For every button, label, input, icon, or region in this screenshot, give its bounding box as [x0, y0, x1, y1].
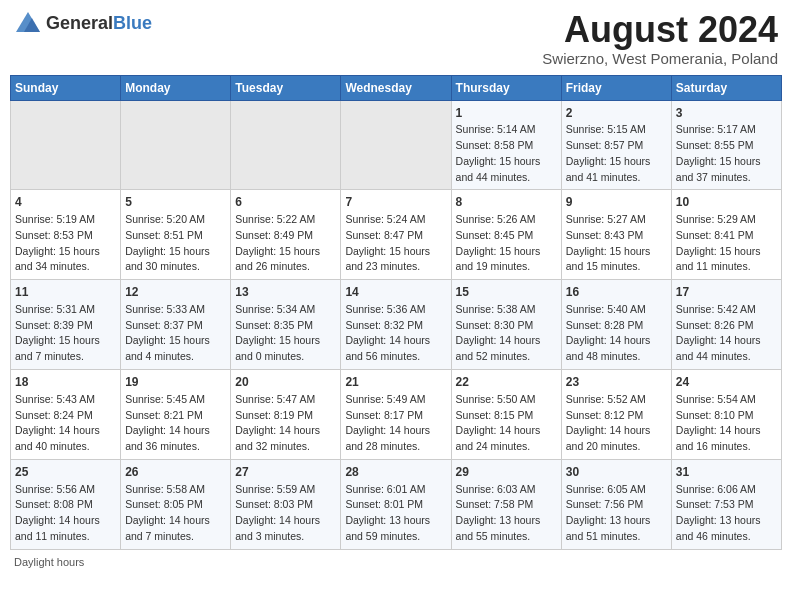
- calendar-cell: 20Sunrise: 5:47 AMSunset: 8:19 PMDayligh…: [231, 369, 341, 459]
- day-number: 31: [676, 464, 777, 481]
- day-number: 16: [566, 284, 667, 301]
- day-info: Sunrise: 5:58 AMSunset: 8:05 PMDaylight:…: [125, 482, 226, 545]
- day-info: Sunrise: 5:36 AMSunset: 8:32 PMDaylight:…: [345, 302, 446, 365]
- calendar-cell: 17Sunrise: 5:42 AMSunset: 8:26 PMDayligh…: [671, 280, 781, 370]
- day-info: Sunrise: 5:42 AMSunset: 8:26 PMDaylight:…: [676, 302, 777, 365]
- weekday-header-tuesday: Tuesday: [231, 75, 341, 100]
- logo-icon: [14, 10, 42, 38]
- calendar-week-row: 25Sunrise: 5:56 AMSunset: 8:08 PMDayligh…: [11, 459, 782, 549]
- day-info: Sunrise: 5:20 AMSunset: 8:51 PMDaylight:…: [125, 212, 226, 275]
- daylight-label: Daylight hours: [14, 556, 84, 568]
- day-info: Sunrise: 5:59 AMSunset: 8:03 PMDaylight:…: [235, 482, 336, 545]
- day-number: 21: [345, 374, 446, 391]
- day-info: Sunrise: 5:54 AMSunset: 8:10 PMDaylight:…: [676, 392, 777, 455]
- day-info: Sunrise: 5:38 AMSunset: 8:30 PMDaylight:…: [456, 302, 557, 365]
- day-number: 19: [125, 374, 226, 391]
- day-number: 6: [235, 194, 336, 211]
- calendar-cell: 27Sunrise: 5:59 AMSunset: 8:03 PMDayligh…: [231, 459, 341, 549]
- day-info: Sunrise: 5:52 AMSunset: 8:12 PMDaylight:…: [566, 392, 667, 455]
- calendar-week-row: 18Sunrise: 5:43 AMSunset: 8:24 PMDayligh…: [11, 369, 782, 459]
- day-info: Sunrise: 5:26 AMSunset: 8:45 PMDaylight:…: [456, 212, 557, 275]
- calendar-cell: [121, 100, 231, 190]
- calendar-cell: 18Sunrise: 5:43 AMSunset: 8:24 PMDayligh…: [11, 369, 121, 459]
- day-info: Sunrise: 5:19 AMSunset: 8:53 PMDaylight:…: [15, 212, 116, 275]
- calendar-cell: [341, 100, 451, 190]
- calendar-cell: [11, 100, 121, 190]
- day-number: 23: [566, 374, 667, 391]
- day-number: 15: [456, 284, 557, 301]
- day-info: Sunrise: 5:24 AMSunset: 8:47 PMDaylight:…: [345, 212, 446, 275]
- day-number: 7: [345, 194, 446, 211]
- day-number: 5: [125, 194, 226, 211]
- day-info: Sunrise: 5:29 AMSunset: 8:41 PMDaylight:…: [676, 212, 777, 275]
- weekday-header-saturday: Saturday: [671, 75, 781, 100]
- day-number: 18: [15, 374, 116, 391]
- day-number: 8: [456, 194, 557, 211]
- calendar-cell: 13Sunrise: 5:34 AMSunset: 8:35 PMDayligh…: [231, 280, 341, 370]
- calendar-cell: 22Sunrise: 5:50 AMSunset: 8:15 PMDayligh…: [451, 369, 561, 459]
- calendar-cell: 1Sunrise: 5:14 AMSunset: 8:58 PMDaylight…: [451, 100, 561, 190]
- calendar-week-row: 1Sunrise: 5:14 AMSunset: 8:58 PMDaylight…: [11, 100, 782, 190]
- month-year-title: August 2024: [542, 10, 778, 50]
- day-number: 10: [676, 194, 777, 211]
- day-number: 13: [235, 284, 336, 301]
- calendar-cell: 5Sunrise: 5:20 AMSunset: 8:51 PMDaylight…: [121, 190, 231, 280]
- calendar-cell: 10Sunrise: 5:29 AMSunset: 8:41 PMDayligh…: [671, 190, 781, 280]
- calendar-cell: [231, 100, 341, 190]
- day-info: Sunrise: 5:50 AMSunset: 8:15 PMDaylight:…: [456, 392, 557, 455]
- calendar-cell: 21Sunrise: 5:49 AMSunset: 8:17 PMDayligh…: [341, 369, 451, 459]
- calendar-cell: 28Sunrise: 6:01 AMSunset: 8:01 PMDayligh…: [341, 459, 451, 549]
- calendar-cell: 7Sunrise: 5:24 AMSunset: 8:47 PMDaylight…: [341, 190, 451, 280]
- day-number: 4: [15, 194, 116, 211]
- weekday-header-sunday: Sunday: [11, 75, 121, 100]
- calendar-cell: 30Sunrise: 6:05 AMSunset: 7:56 PMDayligh…: [561, 459, 671, 549]
- day-number: 2: [566, 105, 667, 122]
- location-subtitle: Swierzno, West Pomerania, Poland: [542, 50, 778, 67]
- calendar-footer: Daylight hours: [10, 556, 782, 568]
- day-number: 27: [235, 464, 336, 481]
- calendar-week-row: 11Sunrise: 5:31 AMSunset: 8:39 PMDayligh…: [11, 280, 782, 370]
- day-number: 11: [15, 284, 116, 301]
- day-number: 14: [345, 284, 446, 301]
- day-info: Sunrise: 6:01 AMSunset: 8:01 PMDaylight:…: [345, 482, 446, 545]
- calendar-cell: 2Sunrise: 5:15 AMSunset: 8:57 PMDaylight…: [561, 100, 671, 190]
- day-number: 20: [235, 374, 336, 391]
- day-number: 29: [456, 464, 557, 481]
- day-info: Sunrise: 5:27 AMSunset: 8:43 PMDaylight:…: [566, 212, 667, 275]
- calendar-table: SundayMondayTuesdayWednesdayThursdayFrid…: [10, 75, 782, 550]
- day-info: Sunrise: 5:43 AMSunset: 8:24 PMDaylight:…: [15, 392, 116, 455]
- calendar-cell: 16Sunrise: 5:40 AMSunset: 8:28 PMDayligh…: [561, 280, 671, 370]
- day-info: Sunrise: 6:03 AMSunset: 7:58 PMDaylight:…: [456, 482, 557, 545]
- calendar-cell: 8Sunrise: 5:26 AMSunset: 8:45 PMDaylight…: [451, 190, 561, 280]
- day-info: Sunrise: 5:22 AMSunset: 8:49 PMDaylight:…: [235, 212, 336, 275]
- day-info: Sunrise: 5:47 AMSunset: 8:19 PMDaylight:…: [235, 392, 336, 455]
- calendar-cell: 24Sunrise: 5:54 AMSunset: 8:10 PMDayligh…: [671, 369, 781, 459]
- weekday-header-thursday: Thursday: [451, 75, 561, 100]
- calendar-cell: 15Sunrise: 5:38 AMSunset: 8:30 PMDayligh…: [451, 280, 561, 370]
- calendar-cell: 29Sunrise: 6:03 AMSunset: 7:58 PMDayligh…: [451, 459, 561, 549]
- day-number: 25: [15, 464, 116, 481]
- day-number: 12: [125, 284, 226, 301]
- day-info: Sunrise: 5:17 AMSunset: 8:55 PMDaylight:…: [676, 122, 777, 185]
- day-info: Sunrise: 5:45 AMSunset: 8:21 PMDaylight:…: [125, 392, 226, 455]
- day-number: 28: [345, 464, 446, 481]
- day-info: Sunrise: 5:34 AMSunset: 8:35 PMDaylight:…: [235, 302, 336, 365]
- day-number: 1: [456, 105, 557, 122]
- day-info: Sunrise: 5:33 AMSunset: 8:37 PMDaylight:…: [125, 302, 226, 365]
- day-number: 26: [125, 464, 226, 481]
- day-info: Sunrise: 6:05 AMSunset: 7:56 PMDaylight:…: [566, 482, 667, 545]
- weekday-header-monday: Monday: [121, 75, 231, 100]
- calendar-cell: 31Sunrise: 6:06 AMSunset: 7:53 PMDayligh…: [671, 459, 781, 549]
- calendar-cell: 4Sunrise: 5:19 AMSunset: 8:53 PMDaylight…: [11, 190, 121, 280]
- calendar-cell: 11Sunrise: 5:31 AMSunset: 8:39 PMDayligh…: [11, 280, 121, 370]
- day-number: 22: [456, 374, 557, 391]
- day-number: 17: [676, 284, 777, 301]
- calendar-cell: 9Sunrise: 5:27 AMSunset: 8:43 PMDaylight…: [561, 190, 671, 280]
- day-info: Sunrise: 5:49 AMSunset: 8:17 PMDaylight:…: [345, 392, 446, 455]
- calendar-body: 1Sunrise: 5:14 AMSunset: 8:58 PMDaylight…: [11, 100, 782, 549]
- day-number: 30: [566, 464, 667, 481]
- calendar-cell: 23Sunrise: 5:52 AMSunset: 8:12 PMDayligh…: [561, 369, 671, 459]
- calendar-cell: 3Sunrise: 5:17 AMSunset: 8:55 PMDaylight…: [671, 100, 781, 190]
- day-info: Sunrise: 5:56 AMSunset: 8:08 PMDaylight:…: [15, 482, 116, 545]
- calendar-cell: 26Sunrise: 5:58 AMSunset: 8:05 PMDayligh…: [121, 459, 231, 549]
